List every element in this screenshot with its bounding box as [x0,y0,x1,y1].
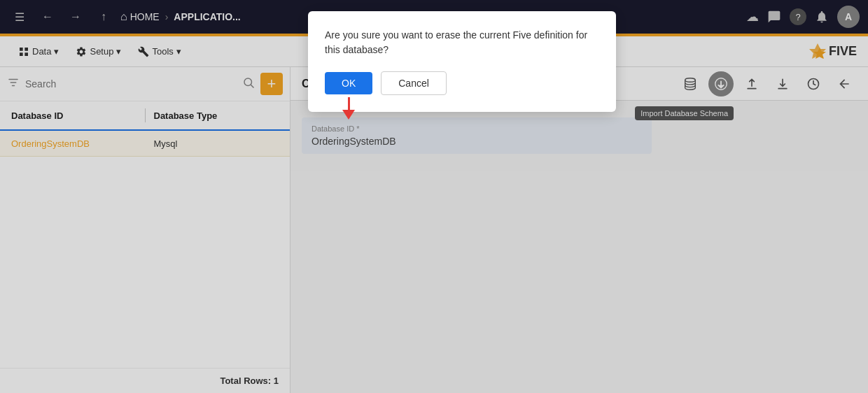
red-arrow [342,97,355,120]
confirmation-dialog: Are you sure you want to erase the curre… [308,11,616,112]
arrow-head [342,110,355,120]
ok-button-wrapper: OK [325,72,372,94]
cancel-button[interactable]: Cancel [381,71,447,95]
dialog-actions: OK Cancel [325,71,599,95]
dialog-overlay: Are you sure you want to erase the curre… [0,0,868,393]
dialog-message: Are you sure you want to erase the curre… [325,28,599,57]
ok-button[interactable]: OK [325,72,372,94]
arrow-shaft [348,97,350,110]
